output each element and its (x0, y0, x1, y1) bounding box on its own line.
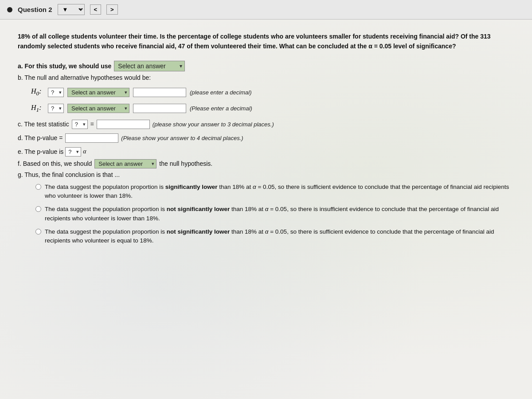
part-g: g. Thus, the final conclusion is that ..… (18, 171, 514, 178)
part-e: e. The p-value is ? < > = α (18, 147, 514, 156)
h1-answer-wrapper[interactable]: Select an answer = ≠ < > ≤ ≥ (67, 104, 129, 113)
part-a-label: a. For this study, we should use (18, 63, 111, 70)
part-a-select[interactable]: Select an answer (114, 61, 185, 71)
part-g-label: g. Thus, the final conclusion is that ..… (18, 171, 120, 178)
h0-q-select[interactable]: ? p μ (48, 88, 64, 97)
top-bar: Question 2 ▼ < > (0, 0, 532, 20)
h1-symbol: H1: (31, 104, 44, 113)
question-dropdown-wrapper[interactable]: ▼ (58, 4, 85, 15)
part-f-select-wrapper[interactable]: Select an answer reject fail to reject a… (94, 159, 156, 168)
part-f-label: f. Based on this, we should (18, 160, 92, 167)
part-e-q-select[interactable]: ? < > = (65, 147, 81, 156)
part-d: d. The p-value = (Please show your answe… (18, 133, 514, 143)
radio-option-3: The data suggest the population proporti… (35, 227, 514, 246)
radio-option-1: The data suggest the populaton proportio… (35, 183, 514, 201)
part-e-label: e. The p-value is (18, 148, 63, 155)
part-b-label: b. The null and alternative hypotheses w… (18, 74, 514, 81)
part-d-input[interactable] (65, 133, 118, 143)
h0-answer-wrapper[interactable]: Select an answer = ≠ < > ≤ ≥ (67, 88, 129, 97)
h0-value-input[interactable] (133, 88, 186, 97)
part-d-hint: (Please show your answer to 4 decimal pl… (121, 135, 243, 141)
part-c-hint: (please show your answer to 3 decimal pl… (153, 121, 274, 128)
h0-hint: (please enter a decimal) (190, 89, 251, 96)
prev-button[interactable]: < (90, 4, 102, 15)
radio-opt1-label: The data suggest the populaton proportio… (45, 183, 514, 201)
h0-symbol: H0: (31, 87, 44, 97)
h0-subscript: 0 (36, 90, 39, 97)
h1-value-input[interactable] (133, 104, 186, 113)
intro-text: 18% of all college students volunteer th… (18, 32, 514, 51)
part-f-select[interactable]: Select an answer reject fail to reject a… (94, 159, 156, 168)
next-button[interactable]: > (106, 4, 118, 15)
radio-option-2: The data suggest the population proporti… (35, 205, 514, 223)
part-e-alpha: α (83, 148, 86, 155)
part-f-suffix: the null hypothesis. (159, 160, 212, 167)
part-c-q-wrapper[interactable]: ? z t (72, 120, 88, 129)
h0-q-wrapper[interactable]: ? p μ (48, 88, 64, 97)
part-c-label: c. The test statistic (18, 121, 69, 128)
radio-opt2-label: The data suggest the population proporti… (45, 205, 514, 223)
part-c-q-select[interactable]: ? z t (72, 120, 88, 129)
h1-answer-select[interactable]: Select an answer = ≠ < > ≤ ≥ (67, 104, 129, 113)
question-nav-dropdown[interactable]: ▼ (58, 4, 85, 15)
h1-hint: (Please enter a decimal) (190, 105, 252, 112)
part-e-q-wrapper[interactable]: ? < > = (65, 147, 81, 156)
radio-opt3-label: The data suggest the population proporti… (45, 227, 514, 246)
question-label: Question 2 (18, 6, 52, 13)
question-dot (7, 7, 12, 12)
radio-opt1[interactable] (35, 184, 41, 190)
part-c: c. The test statistic ? z t = (please sh… (18, 120, 514, 129)
part-a-select-wrapper[interactable]: Select an answer (114, 61, 185, 71)
part-f: f. Based on this, we should Select an an… (18, 159, 514, 168)
h1-q-wrapper[interactable]: ? p μ (48, 104, 64, 113)
part-d-label: d. The p-value = (18, 134, 63, 141)
h1-row: H1: ? p μ Select an answer = ≠ < > ≤ ≥ (… (31, 104, 514, 113)
part-c-equals: = (90, 121, 94, 128)
radio-opt2[interactable] (35, 206, 41, 212)
radio-opt3[interactable] (35, 229, 41, 235)
part-c-input[interactable] (97, 120, 150, 129)
h1-subscript: 1 (36, 106, 39, 113)
h1-q-select[interactable]: ? p μ (48, 104, 64, 113)
part-a: a. For this study, we should use Select … (18, 61, 514, 71)
main-content: 18% of all college students volunteer th… (0, 20, 532, 399)
h0-answer-select[interactable]: Select an answer = ≠ < > ≤ ≥ (67, 88, 129, 97)
h0-row: H0: ? p μ Select an answer = ≠ < > ≤ ≥ (… (31, 87, 514, 97)
